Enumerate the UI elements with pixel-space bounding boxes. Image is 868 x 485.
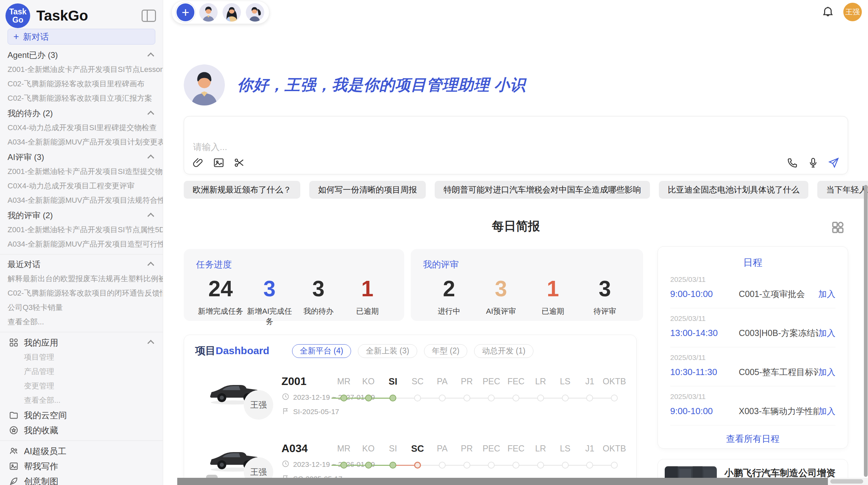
composer-placeholder: 请输入... <box>193 141 227 153</box>
sidebar-item-ai-employee[interactable]: AI超级员工 <box>0 444 163 459</box>
sidebar-task-item[interactable]: Z001-全新燃油皮卡产品开发项目SI节点Lesson Learn报告 <box>0 62 163 77</box>
image-upload-icon[interactable] <box>213 157 225 169</box>
event-join-link[interactable]: 加入 <box>818 288 835 300</box>
event-time: 9:00-10:00 <box>670 406 739 416</box>
suggestion-chip[interactable]: 欧洲新规最近颁布了什么？ <box>184 181 300 199</box>
horizontal-scrollbar-thumb[interactable] <box>177 478 828 485</box>
sidebar-collapse-icon[interactable] <box>142 10 156 22</box>
scissors-icon[interactable] <box>233 157 245 169</box>
event-join-link[interactable]: 加入 <box>818 406 835 417</box>
sidebar-task-item[interactable]: C0X4-动力总成开发项目工程变更评审 <box>0 179 163 193</box>
dashboard-filter[interactable]: 全新平台 (4) <box>292 344 351 358</box>
milestone-dot-cell <box>430 458 455 473</box>
milestone-labels: MRKOSISCPAPRPECFECLRLSJ1OKTB <box>331 376 627 387</box>
milestone-label: PEC <box>479 376 504 387</box>
event-time: 13:00-14:30 <box>670 328 739 338</box>
user-avatar[interactable]: 王强 <box>843 3 862 21</box>
event-date: 2025/03/11 <box>670 314 835 323</box>
phone-icon[interactable] <box>787 157 798 169</box>
view-all-schedule-link[interactable]: 查看所有日程 <box>670 433 835 445</box>
sidebar-item-my-apps[interactable]: 我的应用 <box>0 335 163 350</box>
event-row: 9:00-10:00 C001-立项审批会 加入 <box>670 288 835 300</box>
milestone-label: SI <box>381 444 406 454</box>
sidebar-section-header[interactable]: Agent已办 (3) <box>0 48 163 62</box>
sidebar-section-header[interactable]: AI评审 (3) <box>0 150 163 164</box>
milestone-label: SI <box>381 376 406 387</box>
suggestion-chip[interactable]: 当下年轻人对汽车外观有怎样的喜好趋势 <box>817 181 868 199</box>
microphone-icon[interactable] <box>807 157 819 169</box>
sidebar-section: 我的评审 (2) Z001-全新燃油轻卡产品开发项目SI节点属性5D文件评审A0… <box>0 208 163 251</box>
sidebar-item-help-write[interactable]: 帮我写作 <box>0 459 163 474</box>
avatar-man-icon[interactable] <box>199 3 218 22</box>
milestone-dot <box>365 462 372 469</box>
milestone-label: FEC <box>504 376 528 387</box>
sidebar-section-header[interactable]: 我的评审 (2) <box>0 208 163 223</box>
stat: 2 进行中 <box>423 277 475 316</box>
milestone-dot <box>513 462 519 469</box>
sidebar-section-header[interactable]: 我的待办 (2) <box>0 106 163 121</box>
sidebar-section-title: AI评审 (3) <box>8 152 149 163</box>
sidebar-section-title: Agent已办 (3) <box>8 50 149 61</box>
horizontal-scrollbar[interactable] <box>177 478 868 485</box>
app-sub-item[interactable]: 查看全部... <box>0 393 163 408</box>
app-sub-item[interactable]: 项目管理 <box>0 350 163 364</box>
milestone-dot-cell <box>504 458 528 473</box>
project-row[interactable]: 王强 Z001 2023-12-19 ~ 2027-01-19 SI-2025-… <box>184 374 636 431</box>
avatar-woman2-icon[interactable] <box>246 3 264 22</box>
sidebar-task-item[interactable]: A034-全新新能源MUV产品开发项目计划变更表编写 <box>0 135 163 149</box>
project-owner-avatar: 王强 <box>244 390 273 420</box>
milestone-timeline: MRKOSISCPAPRPECFECLRLSJ1OKTB <box>331 444 627 473</box>
suggestion-chip[interactable]: 如何写一份清晰的项目周报 <box>309 181 426 199</box>
sidebar-task-item[interactable]: A034-全新新能源MUV产品开发项目法规符合性评审 <box>0 193 163 208</box>
recent-chat-item[interactable]: 解释最新出台的欧盟报废车法规再生塑料比例被调至15%... <box>0 272 163 286</box>
milestone-labels: MRKOSISCPAPRPECFECLRLSJ1OKTB <box>331 444 627 454</box>
sidebar-task-item[interactable]: Z001-全新燃油轻卡产品开发项目SI造型提交物评审 <box>0 164 163 179</box>
sidebar-task-item[interactable]: C0X4-动力总成开发项目SI里程碑提交物检查 <box>0 121 163 135</box>
greeting-text: 你好，王强，我是你的项目管理助理 小识 <box>237 75 526 95</box>
sidebar-section: Agent已办 (3) Z001-全新燃油皮卡产品开发项目SI节点Lesson … <box>0 48 163 105</box>
dashboard-filter[interactable]: 动总开发 (1) <box>474 344 533 358</box>
attachment-icon[interactable] <box>192 157 204 169</box>
milestone-label: PEC <box>479 444 504 454</box>
add-session-button[interactable]: + <box>177 3 194 21</box>
sidebar-item-cloud-space[interactable]: 我的云空间 <box>0 408 163 423</box>
event-join-link[interactable]: 加入 <box>818 366 835 378</box>
composer-left-icons <box>192 157 245 169</box>
layout-grid-icon[interactable] <box>830 220 845 235</box>
recent-section-header[interactable]: 最近对话 <box>0 257 163 272</box>
recent-chat-item[interactable]: C02-飞腾新能源轻客改款项目的闭环通告反馈情况 <box>0 286 163 300</box>
new-chat-button[interactable]: + 新对话 <box>8 29 155 45</box>
app-sub-item[interactable]: 变更管理 <box>0 379 163 393</box>
avatar-woman-icon[interactable] <box>222 3 241 22</box>
people-icon <box>9 446 19 456</box>
vertical-scrollbar[interactable] <box>864 185 868 477</box>
sidebar-task-item[interactable]: A034-全新新能源MUV产品开发项目造型可行性评审 <box>0 237 163 251</box>
milestone-dot-cell <box>381 390 406 406</box>
sidebar-task-item[interactable]: Z001-全新燃油轻卡产品开发项目SI节点属性5D文件评审 <box>0 223 163 237</box>
suggestion-chip[interactable]: 特朗普可能对进口汽车增税会对中国车企造成哪些影响 <box>435 181 650 199</box>
milestone-label: KO <box>356 376 381 387</box>
stat-value: 3 <box>475 277 527 301</box>
dashboard-title-zh: 项目 <box>195 345 216 356</box>
recent-chat-item[interactable]: 查看全部... <box>0 315 163 329</box>
milestone-dot-cell <box>331 390 356 406</box>
dashboard-filter[interactable]: 年型 (2) <box>424 344 468 358</box>
app-sub-item[interactable]: 产品管理 <box>0 364 163 379</box>
dashboard-filter[interactable]: 全新上装 (3) <box>358 344 417 358</box>
send-icon[interactable] <box>828 157 840 169</box>
milestone-dot-cell <box>602 390 627 406</box>
suggestion-chip[interactable]: 比亚迪全固态电池计划具体说了什么 <box>659 181 808 199</box>
sidebar-item-favorites[interactable]: 我的收藏 <box>0 423 163 438</box>
event-join-link[interactable]: 加入 <box>818 327 835 339</box>
recent-chat-item[interactable]: 公司Q3轻卡销量 <box>0 300 163 315</box>
sidebar-task-item[interactable]: C02-飞腾新能源轻客改款项目立项汇报方案 <box>0 91 163 105</box>
stat-card-title: 任务进度 <box>196 259 392 271</box>
sidebar-item-creative-draw[interactable]: 创意制图 <box>0 474 163 485</box>
stat-value: 2 <box>423 277 475 301</box>
milestone-dot-cell <box>528 390 553 406</box>
sidebar-task-item[interactable]: C02-飞腾新能源轻客改款项目里程碑画布 <box>0 77 163 91</box>
bell-icon[interactable] <box>821 5 834 18</box>
chat-composer[interactable]: 请输入... <box>184 116 848 174</box>
milestone-dot-cell <box>553 390 578 406</box>
vertical-scrollbar-thumb[interactable] <box>864 185 868 477</box>
